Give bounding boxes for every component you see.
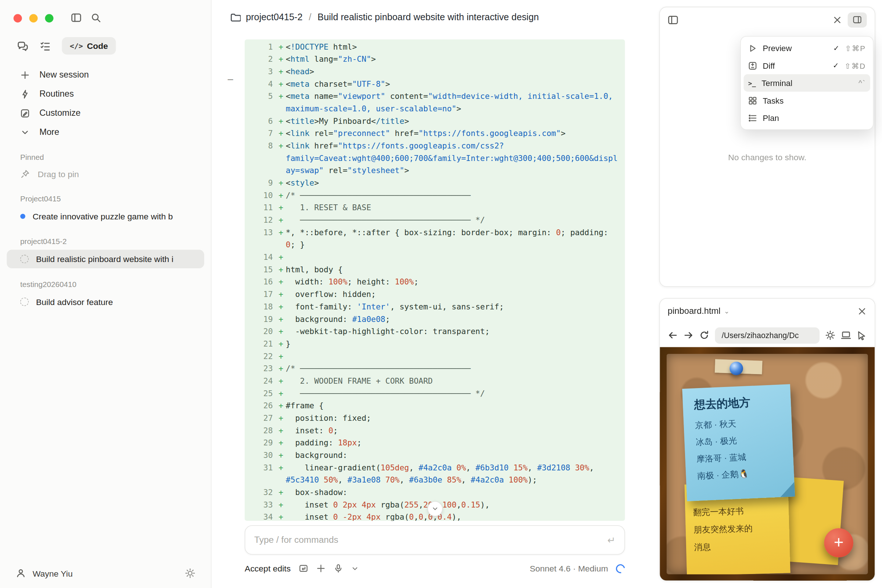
mic-icon[interactable] (333, 564, 343, 573)
line-number: 29 (245, 436, 273, 449)
sidebar-item-session[interactable]: Build advisor feature (7, 292, 204, 311)
routines-label: Routines (39, 89, 74, 99)
url-field[interactable]: /Users/zihaozhang/Dc (715, 327, 819, 343)
model-selector[interactable]: Sonnet 4.6 · Medium (530, 564, 608, 573)
add-note-button[interactable]: + (824, 528, 854, 558)
chevron-down-icon (20, 128, 30, 137)
diff-add-marker: + (276, 53, 286, 65)
line-number: 18 (245, 300, 273, 313)
close-icon[interactable] (832, 15, 842, 25)
new-session-button[interactable]: New session (0, 65, 211, 84)
scroll-to-bottom-button[interactable] (428, 501, 442, 516)
menu-label: Terminal (762, 79, 792, 87)
code-line: 29+ padding: 18px; (245, 436, 625, 449)
menu-item-plan[interactable]: Plan ✓ (744, 109, 870, 126)
menu-item-terminal[interactable]: >_ Terminal ✓ ^` (744, 74, 870, 92)
code-line: 11+ 1. RESET & BASE (245, 201, 625, 214)
plan-icon (748, 113, 757, 122)
site-preview[interactable]: 想去的地方 京都 · 秋天 冰岛 · 极光 摩洛哥 · 蓝城 南极 · 企鹅🐧 … (660, 347, 874, 581)
diff-add-marker: + (276, 263, 286, 276)
inspect-icon[interactable] (856, 330, 867, 340)
sidebar-item-session[interactable]: Create innovative puzzle game with b (7, 207, 204, 226)
menu-shortcut: ⇧⌘D (844, 61, 866, 70)
diff-add-marker: + (276, 387, 286, 399)
customize-button[interactable]: Customize (0, 104, 211, 123)
code-text: padding: 18px; (286, 436, 625, 449)
line-number: 3 (245, 65, 273, 78)
breadcrumb-project[interactable]: project0415-2 (246, 12, 303, 22)
code-line: 13+*, *::before, *::after { box-sizing: … (245, 226, 625, 250)
line-number: 26 (245, 399, 273, 412)
chevron-down-icon[interactable] (351, 564, 358, 572)
code-text: <style> (286, 177, 625, 189)
url-text: /Users/zihaozhang/Dc (722, 331, 799, 340)
minimize-window-button[interactable] (29, 14, 38, 22)
line-number: 24 (245, 375, 273, 387)
routines-button[interactable]: Routines (0, 84, 211, 104)
running-spinner-icon (20, 298, 28, 306)
theme-icon[interactable] (185, 568, 195, 579)
more-button[interactable]: More (0, 123, 211, 142)
diff-add-marker: + (276, 201, 286, 214)
command-input[interactable] (254, 535, 608, 545)
split-view-button[interactable] (848, 12, 867, 27)
diff-add-marker: + (276, 375, 286, 387)
diff-collapse-handle[interactable]: − (227, 74, 234, 85)
chat-tab-icon[interactable] (17, 40, 28, 51)
tab-code[interactable]: </> Code (62, 37, 116, 54)
line-number: 28 (245, 424, 273, 436)
line-number: 25 (245, 387, 273, 399)
code-editor-diff[interactable]: 1+<!DOCTYPE html>2+<html lang="zh-CN">3+… (245, 39, 625, 521)
folder-icon (230, 12, 241, 22)
search-icon[interactable] (90, 12, 101, 23)
code-text: font-family: 'Inter', system-ui, sans-se… (286, 300, 625, 313)
user-name: Wayne Yiu (33, 568, 73, 578)
add-icon[interactable] (316, 564, 326, 573)
scroll-down-icon (432, 505, 439, 512)
code-text: <meta name="viewport" content="width=dev… (286, 90, 625, 115)
task-list-tab-icon[interactable] (39, 40, 51, 51)
day-mode-icon[interactable] (825, 330, 836, 340)
sidebar-item-session-selected[interactable]: Build realistic pinboard website with i (7, 250, 204, 268)
command-composer[interactable]: ↵ (245, 525, 625, 555)
zoom-window-button[interactable] (45, 14, 53, 22)
code-line: 27+ position: fixed; (245, 412, 625, 424)
menu-item-diff[interactable]: Diff ✓ ⇧⌘D (744, 57, 870, 74)
empty-state-message: No changes to show. (660, 153, 874, 162)
menu-item-preview[interactable]: Preview ✓ ⇧⌘P (744, 39, 870, 57)
back-icon[interactable] (668, 330, 678, 340)
close-icon[interactable] (857, 306, 867, 316)
menu-item-tasks[interactable]: Tasks ✓ (744, 92, 870, 109)
code-line: 26+#frame { (245, 399, 625, 412)
line-number: 5 (245, 90, 273, 102)
line-number: 11 (245, 201, 273, 214)
terminal-icon: >_ (748, 79, 756, 87)
accept-edits-icon[interactable] (298, 564, 308, 573)
code-line: 18+ font-family: 'Inter', system-ui, san… (245, 300, 625, 313)
active-dot-icon (20, 214, 26, 219)
code-text: 1. RESET & BASE (286, 201, 625, 214)
reload-icon[interactable] (699, 330, 710, 340)
project-section-header: testing20260410 (0, 269, 211, 292)
menu-shortcut: ⇧⌘P (845, 44, 866, 52)
check-icon: ✓ (833, 62, 839, 70)
breadcrumb: project0415-2 / Build realistic pinboard… (230, 12, 539, 22)
close-window-button[interactable] (14, 14, 22, 22)
plus-icon (20, 70, 30, 80)
device-icon[interactable] (841, 330, 851, 340)
code-line: 28+ inset: 0; (245, 424, 625, 436)
sidebar-toggle-icon[interactable] (71, 12, 82, 23)
accept-edits-button[interactable]: Accept edits (245, 564, 291, 573)
preview-file-selector[interactable]: pinboard.html ⌄ (668, 306, 729, 316)
code-line: 2+<html lang="zh-CN"> (245, 53, 625, 65)
code-text: ──────────────────────────────────── */ (286, 214, 625, 226)
line-number: 9 (245, 177, 273, 189)
forward-icon[interactable] (684, 330, 694, 340)
code-text: background: (286, 449, 625, 461)
note-line: 翻完一本好书 (693, 505, 781, 518)
code-text: overflow: hidden; (286, 288, 625, 301)
note-item: 南极 · 企鹅🐧 (697, 467, 783, 482)
panel-icon[interactable] (668, 14, 678, 25)
diff-add-marker: + (276, 127, 286, 140)
sticky-note-blue[interactable]: 想去的地方 京都 · 秋天 冰岛 · 极光 摩洛哥 · 蓝城 南极 · 企鹅🐧 (682, 384, 795, 501)
